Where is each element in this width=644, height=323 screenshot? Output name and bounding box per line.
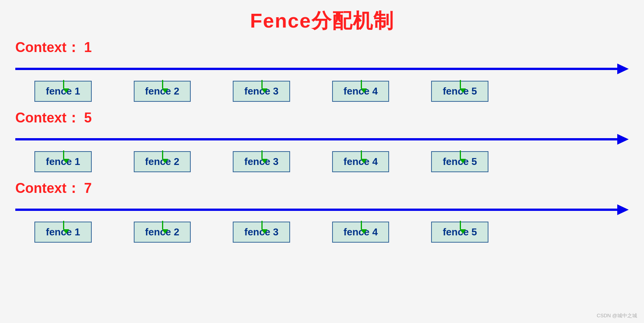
context-section-2: Context： 7fence 1fence 2fence 3fence 4fe…: [15, 179, 629, 243]
fence-item-1-0: fence 1: [34, 150, 92, 172]
timeline-line-2: [15, 209, 617, 211]
fence-item-0-1: fence 2: [134, 80, 191, 102]
fence-item-1-2: fence 3: [233, 150, 290, 172]
fence-item-2-2: fence 3: [233, 221, 290, 243]
timeline-row-1: [15, 130, 629, 149]
main-container: Fence分配机制 Context： 1fence 1fence 2fence …: [0, 0, 644, 323]
fence-row-1: fence 1fence 2fence 3fence 4fence 5: [15, 150, 629, 172]
context-section-1: Context： 5fence 1fence 2fence 3fence 4fe…: [15, 109, 629, 172]
timeline-line-0: [15, 68, 617, 70]
fence-row-2: fence 1fence 2fence 3fence 4fence 5: [15, 221, 629, 243]
fence-row-0: fence 1fence 2fence 3fence 4fence 5: [15, 80, 629, 102]
fence-item-1-4: fence 5: [431, 150, 488, 172]
fence-item-2-0: fence 1: [34, 221, 92, 243]
page-title: Fence分配机制: [15, 8, 629, 34]
context-label-1: Context： 5: [15, 109, 629, 127]
timeline-row-2: [15, 200, 629, 219]
fence-item-0-4: fence 5: [431, 80, 488, 102]
fence-item-2-3: fence 4: [332, 221, 389, 243]
fence-item-0-2: fence 3: [233, 80, 290, 102]
context-label-0: Context： 1: [15, 38, 629, 57]
watermark: CSDN @城中之城: [597, 312, 637, 319]
fence-item-0-0: fence 1: [34, 80, 92, 102]
fence-item-0-3: fence 4: [332, 80, 389, 102]
timeline-arrow-2: [617, 204, 629, 215]
timeline-arrow-0: [617, 64, 629, 74]
fence-item-2-4: fence 5: [431, 221, 488, 243]
fence-item-1-1: fence 2: [134, 150, 191, 172]
timeline-row-0: [15, 59, 629, 78]
context-label-2: Context： 7: [15, 179, 629, 198]
fence-item-1-3: fence 4: [332, 150, 389, 172]
timeline-arrow-1: [617, 134, 629, 145]
context-section-0: Context： 1fence 1fence 2fence 3fence 4fe…: [15, 38, 629, 102]
timeline-line-1: [15, 138, 617, 140]
fence-item-2-1: fence 2: [134, 221, 191, 243]
